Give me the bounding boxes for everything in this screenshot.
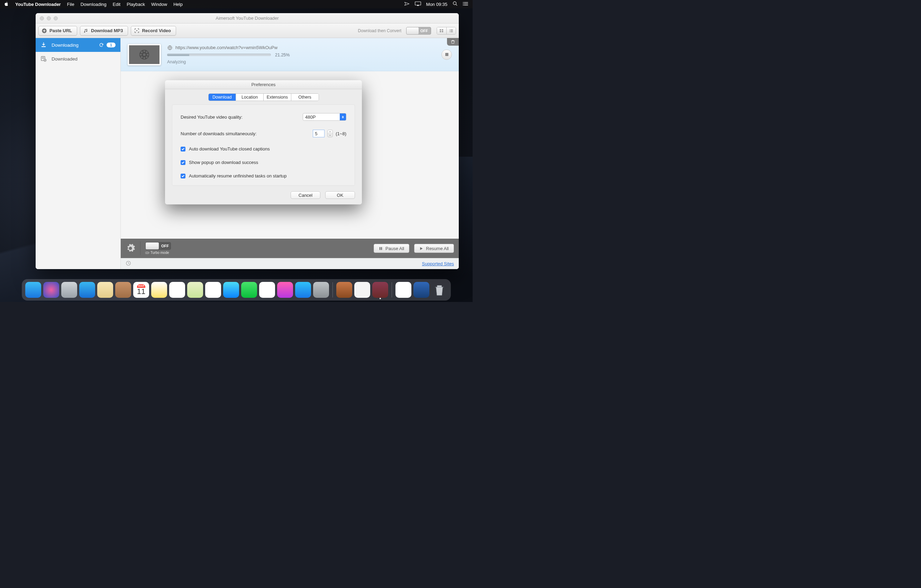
menu-file[interactable]: File (67, 2, 74, 7)
spotlight-icon[interactable] (452, 1, 458, 7)
globe-icon (167, 45, 172, 50)
svg-point-29 (141, 51, 143, 53)
dock-mail-icon[interactable] (97, 282, 113, 298)
cancel-button[interactable]: Cancel (291, 191, 321, 199)
svg-rect-20 (451, 31, 453, 32)
svg-rect-37 (381, 247, 382, 250)
svg-point-6 (463, 2, 464, 3)
window-titlebar[interactable]: Aimersoft YouTube Downloader (36, 13, 459, 24)
apple-menu-icon[interactable] (4, 2, 9, 7)
resume-checkbox[interactable] (181, 174, 186, 179)
menubar-list-icon[interactable] (463, 2, 469, 7)
download-mp3-label: Download MP3 (91, 28, 123, 33)
supported-sites-link[interactable]: Supported Sites (422, 261, 454, 266)
popup-checkbox[interactable] (181, 160, 186, 165)
airplay-icon[interactable] (415, 2, 421, 7)
svg-line-2 (456, 4, 457, 5)
refresh-icon[interactable] (99, 42, 104, 47)
history-icon[interactable] (125, 260, 131, 267)
dock-itunes-icon[interactable] (277, 282, 293, 298)
dtc-state-label: OFF (420, 29, 428, 33)
tab-extensions[interactable]: Extensions (264, 94, 291, 101)
dock-facetime-icon[interactable] (241, 282, 257, 298)
sidebar: Downloading 1 Downloaded (36, 38, 121, 269)
dock-news-icon[interactable] (259, 282, 275, 298)
tab-location[interactable]: Location (236, 94, 264, 101)
dock-youtubedl-icon[interactable] (372, 282, 388, 298)
turbo-state-label: OFF (161, 244, 169, 248)
stepper-down-icon[interactable] (328, 134, 332, 137)
dock-contacts-icon[interactable] (115, 282, 131, 298)
svg-point-28 (147, 54, 148, 55)
tab-others[interactable]: Others (291, 94, 319, 101)
menubar-clock[interactable]: Mon 09:35 (426, 2, 447, 7)
download-mp3-button[interactable]: Download MP3 (80, 26, 128, 36)
sidebar-item-downloading[interactable]: Downloading 1 (36, 38, 120, 52)
dock-notes-icon[interactable] (151, 282, 167, 298)
stop-download-button[interactable] (441, 49, 452, 60)
dock-launchpad-icon[interactable] (61, 282, 77, 298)
menubar-extra-icon[interactable] (404, 2, 410, 7)
resume-all-button[interactable]: Resume All (414, 244, 454, 253)
dock-appstore-icon[interactable] (295, 282, 311, 298)
dock-screenshot-icon[interactable] (395, 282, 412, 298)
download-icon (41, 42, 47, 48)
dock-siri-icon[interactable] (43, 282, 59, 298)
svg-point-24 (143, 53, 145, 56)
dock-safari-icon[interactable] (79, 282, 95, 298)
view-mode-segment[interactable] (437, 27, 456, 34)
svg-rect-13 (440, 31, 441, 32)
dock-photos-icon[interactable] (205, 282, 221, 298)
menu-downloading[interactable]: Downloading (81, 2, 107, 7)
menu-window[interactable]: Window (151, 2, 167, 7)
dock-messages-icon[interactable] (223, 282, 239, 298)
pause-all-button[interactable]: Pause All (374, 244, 409, 253)
quality-select[interactable]: 480P (303, 113, 346, 121)
dock-maps-icon[interactable] (187, 282, 203, 298)
view-list-icon[interactable] (447, 27, 456, 34)
svg-point-7 (463, 3, 464, 4)
stepper-up-icon[interactable] (328, 130, 332, 134)
video-thumbnail (128, 44, 161, 65)
svg-rect-35 (149, 252, 149, 253)
simultaneous-stepper[interactable] (327, 130, 333, 137)
progress-bar (167, 54, 271, 56)
pause-all-label: Pause All (386, 246, 404, 251)
toolbar: Paste URL Download MP3 Record Video Down… (36, 24, 459, 38)
tab-download[interactable]: Download (208, 94, 236, 101)
sidebar-downloaded-label: Downloaded (52, 56, 78, 62)
dock-textedit-icon[interactable] (354, 282, 370, 298)
menubar-app-name[interactable]: YouTube Downloader (15, 2, 61, 7)
menu-edit[interactable]: Edit (113, 2, 120, 7)
svg-rect-14 (442, 31, 443, 32)
dock: MAR11 (22, 279, 451, 300)
record-video-label: Record Video (142, 28, 171, 33)
view-grid-icon[interactable] (437, 27, 447, 34)
simultaneous-input[interactable] (313, 130, 324, 137)
captions-label: Auto download YouTube closed captions (189, 146, 270, 151)
svg-rect-15 (449, 29, 450, 30)
delete-item-button[interactable] (447, 38, 459, 45)
settings-gear-icon[interactable] (125, 244, 135, 253)
preferences-tabs: Download Location Extensions Others (208, 93, 319, 101)
turbo-mode-toggle[interactable]: OFF (145, 242, 171, 250)
sidebar-item-downloaded[interactable]: Downloaded (36, 52, 120, 66)
popup-label: Show popup on download success (189, 160, 258, 165)
download-then-convert-toggle[interactable]: OFF (406, 27, 431, 34)
dock-preferences-icon[interactable] (313, 282, 329, 298)
music-note-icon (83, 28, 89, 34)
dock-app1-icon[interactable] (336, 282, 352, 298)
menu-help[interactable]: Help (173, 2, 183, 7)
ok-button[interactable]: OK (325, 191, 355, 199)
plus-circle-icon (42, 28, 47, 34)
dock-reminders-icon[interactable] (169, 282, 185, 298)
menu-playback[interactable]: Playback (127, 2, 145, 7)
captions-checkbox[interactable] (181, 147, 186, 151)
dock-finder-icon[interactable] (25, 282, 41, 298)
dock-desktop-icon[interactable] (413, 282, 430, 298)
paste-url-button[interactable]: Paste URL (38, 26, 77, 36)
record-video-button[interactable]: Record Video (131, 26, 176, 36)
dock-calendar-icon[interactable]: MAR11 (133, 282, 149, 298)
svg-rect-12 (442, 29, 443, 31)
dock-trash-icon[interactable] (431, 282, 447, 298)
